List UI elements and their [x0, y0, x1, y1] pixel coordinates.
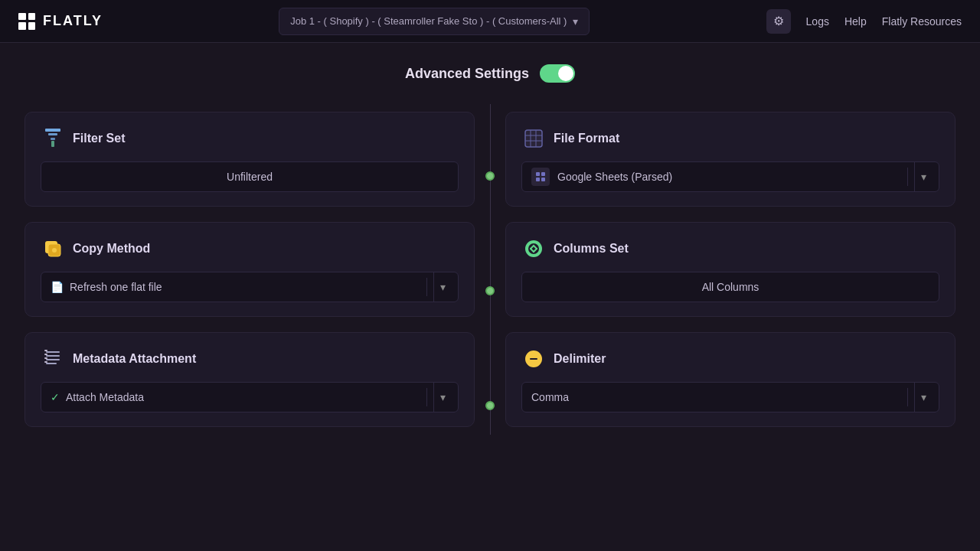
columns-set-card: Columns Set All Columns — [505, 222, 956, 317]
connector-dot-1 — [485, 171, 495, 181]
logo-text: FLATLY — [43, 13, 103, 29]
logo: FLATLY — [18, 13, 103, 30]
file-format-chevron-icon: ▾ — [914, 162, 929, 191]
copy-method-select[interactable]: 📄 Refresh one flat file ▾ — [41, 272, 459, 302]
metadata-title: Metadata Attachment — [73, 352, 196, 366]
delimiter-chevron-icon: ▾ — [914, 383, 929, 412]
logs-link[interactable]: Logs — [806, 15, 829, 28]
copy-method-title: Copy Method — [73, 242, 150, 256]
svg-rect-11 — [44, 350, 47, 351]
columns-set-icon — [521, 236, 546, 261]
delimiter-select[interactable]: Comma ▾ — [521, 382, 939, 412]
connector-dot-3 — [485, 401, 495, 410]
gear-icon: ⚙ — [773, 14, 784, 28]
center-line — [475, 104, 505, 435]
svg-rect-2 — [51, 138, 55, 140]
copy-method-chevron-icon: ▾ — [433, 272, 449, 302]
copy-method-file-icon: 📄 — [51, 281, 64, 293]
center-track — [490, 104, 491, 435]
file-format-value: Google Sheets (Parsed) — [557, 171, 901, 183]
file-format-icon — [521, 126, 546, 151]
copy-method-value: Refresh one flat file — [70, 281, 420, 293]
svg-point-6 — [52, 248, 57, 253]
delimiter-value: Comma — [531, 391, 901, 403]
columns-set-value-box: All Columns — [521, 272, 939, 302]
svg-rect-27 — [530, 358, 537, 360]
header-right: ⚙ Logs Help Flatly Resources — [766, 9, 962, 34]
svg-rect-1 — [48, 133, 57, 135]
logo-icon — [18, 13, 35, 30]
help-link[interactable]: Help — [844, 15, 867, 28]
file-format-header: File Format — [521, 126, 939, 151]
svg-rect-3 — [51, 141, 54, 147]
svg-rect-15 — [525, 130, 542, 147]
job-selector[interactable]: Job 1 - ( Shopify ) - ( Steamroller Fake… — [279, 8, 590, 35]
filter-set-title: Filter Set — [73, 132, 125, 145]
advanced-settings-label: Advanced Settings — [405, 66, 529, 82]
svg-rect-8 — [46, 355, 60, 357]
svg-rect-7 — [46, 351, 60, 353]
settings-grid: Filter Set Unfiltered Copy Me — [24, 104, 956, 435]
main-content: Advanced Settings Fi — [0, 43, 980, 551]
settings-button[interactable]: ⚙ — [766, 9, 791, 34]
file-format-card: File Format Google Sheets (Parsed) ▾ — [505, 112, 956, 207]
columns-set-header: Columns Set — [521, 236, 939, 261]
job-label: Job 1 - ( Shopify ) - ( Steamroller Fake… — [290, 15, 567, 27]
toggle-knob — [558, 66, 573, 81]
left-column: Filter Set Unfiltered Copy Me — [24, 104, 475, 435]
metadata-select[interactable]: ✓ Attach Metadata ▾ — [41, 382, 459, 412]
metadata-select-inner: ✓ Attach Metadata — [51, 391, 420, 403]
right-column: File Format Google Sheets (Parsed) ▾ — [505, 104, 956, 435]
metadata-attachment-card: Metadata Attachment ✓ Attach Metadata ▾ — [24, 332, 475, 427]
delimiter-header: Delimiter — [521, 347, 939, 371]
metadata-check-icon: ✓ — [51, 391, 60, 403]
resources-link[interactable]: Flatly Resources — [882, 15, 962, 28]
svg-rect-12 — [44, 354, 47, 355]
filter-icon — [41, 126, 65, 151]
metadata-value: Attach Metadata — [66, 391, 420, 403]
advanced-settings-toggle[interactable] — [540, 64, 575, 83]
file-format-divider — [907, 168, 908, 186]
copy-method-card: Copy Method 📄 Refresh one flat file ▾ — [24, 222, 475, 317]
copy-method-icon — [41, 236, 65, 261]
delimiter-title: Delimiter — [554, 352, 606, 366]
delimiter-card: Delimiter Comma ▾ — [505, 332, 956, 427]
copy-method-header: Copy Method — [41, 236, 459, 261]
advanced-settings-bar: Advanced Settings — [24, 64, 956, 83]
delimiter-icon — [521, 347, 546, 371]
header: FLATLY Job 1 - ( Shopify ) - ( Steamroll… — [0, 0, 980, 43]
filter-set-card: Filter Set Unfiltered — [24, 112, 475, 207]
svg-rect-21 — [541, 172, 545, 176]
copy-method-divider — [426, 278, 427, 296]
copy-method-select-inner: 📄 Refresh one flat file — [51, 281, 420, 293]
metadata-icon — [41, 347, 65, 371]
filter-set-value-box: Unfiltered — [41, 161, 459, 192]
delimiter-divider — [907, 388, 908, 406]
svg-rect-22 — [536, 178, 540, 181]
svg-rect-13 — [44, 357, 47, 359]
filter-set-header: Filter Set — [41, 126, 459, 151]
filter-set-value: Unfiltered — [227, 171, 273, 183]
file-format-select[interactable]: Google Sheets (Parsed) ▾ — [521, 161, 939, 192]
svg-rect-0 — [45, 129, 60, 132]
job-chevron-icon: ▾ — [573, 15, 578, 28]
delimiter-select-inner: Comma — [531, 391, 901, 403]
columns-set-value: All Columns — [702, 281, 760, 293]
connector-dot-2 — [485, 286, 495, 295]
metadata-divider — [426, 388, 427, 406]
grid-icon-box — [531, 168, 550, 186]
columns-set-title: Columns Set — [554, 242, 629, 256]
metadata-header: Metadata Attachment — [41, 347, 459, 371]
svg-rect-14 — [44, 361, 47, 363]
svg-rect-9 — [46, 359, 60, 360]
svg-rect-10 — [46, 363, 57, 364]
metadata-chevron-icon: ▾ — [433, 383, 449, 412]
svg-rect-20 — [536, 172, 540, 176]
svg-rect-23 — [541, 178, 545, 181]
file-format-title: File Format — [554, 132, 619, 145]
